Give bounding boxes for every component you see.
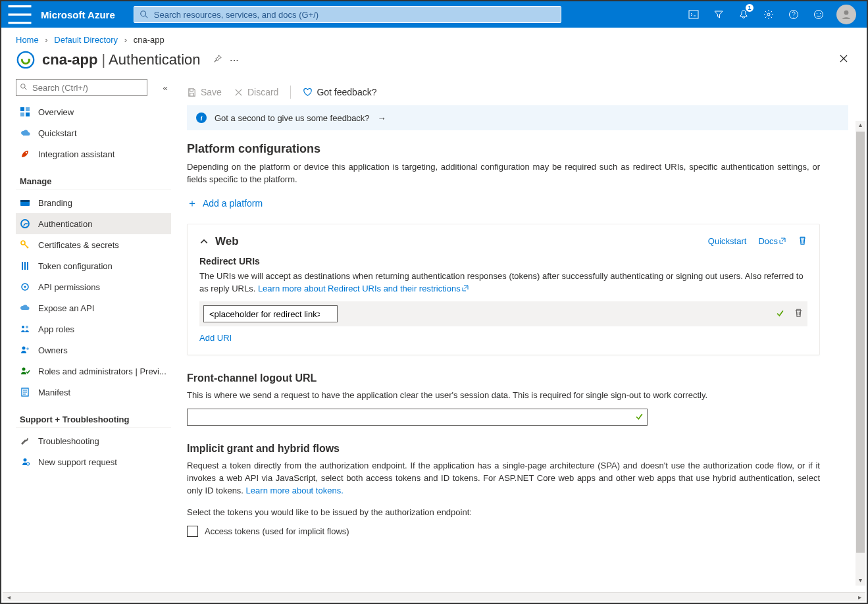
- access-tokens-checkbox-row: Access tokens (used for implicit flows): [187, 526, 820, 537]
- redirect-uri-row: [199, 301, 807, 326]
- redirect-learn-more-link[interactable]: Learn more about Redirect URIs and their…: [258, 284, 469, 293]
- feedback-button[interactable]: [806, 1, 831, 28]
- filter-icon: [713, 9, 724, 20]
- add-platform-button[interactable]: ＋ Add a platform: [187, 197, 263, 211]
- expose-icon: [20, 303, 30, 313]
- sidebar-item-label: Certificates & secrets: [38, 240, 119, 250]
- sidebar-item-owners[interactable]: Owners: [16, 340, 171, 361]
- delete-platform-button[interactable]: [798, 236, 807, 247]
- brand-label[interactable]: Microsoft Azure: [41, 9, 115, 20]
- close-blade-button[interactable]: [839, 54, 848, 66]
- svg-point-7: [820, 13, 821, 14]
- directory-filter-button[interactable]: [706, 1, 731, 28]
- sidebar-item-certificates[interactable]: Certificates & secrets: [16, 234, 171, 255]
- scroll-right-arrow[interactable]: ▸: [855, 593, 864, 601]
- notifications-button[interactable]: 1: [731, 1, 756, 28]
- implicit-select-text: Select the tokens you would like to be i…: [187, 507, 820, 519]
- sidebar-item-label: Expose an API: [38, 303, 94, 313]
- svg-rect-12: [20, 107, 24, 111]
- external-link-icon: [462, 285, 469, 291]
- toolbar-separator: [290, 86, 291, 99]
- vertical-scrollbar[interactable]: ▴ ▾: [855, 121, 865, 586]
- sidebar-item-troubleshooting[interactable]: Troubleshooting: [16, 430, 171, 451]
- main-content: Save Discard Got feedback? i Got a secon…: [174, 79, 867, 595]
- roles-icon: [20, 324, 30, 334]
- sidebar-item-new-support[interactable]: ?New support request: [16, 451, 171, 472]
- svg-point-25: [24, 286, 26, 288]
- breadcrumb-home[interactable]: Home: [16, 35, 39, 45]
- cloud-shell-button[interactable]: [681, 1, 706, 28]
- platform-config-desc: Depending on the platform or device this…: [187, 161, 820, 186]
- sidebar-item-manifest[interactable]: Manifest: [16, 382, 171, 403]
- access-tokens-checkbox[interactable]: [187, 526, 198, 537]
- sidebar-item-quickstart[interactable]: Quickstart: [16, 122, 171, 143]
- scroll-left-arrow[interactable]: ◂: [4, 593, 13, 601]
- platform-quickstart-link[interactable]: Quickstart: [708, 236, 747, 246]
- svg-point-0: [141, 11, 146, 16]
- more-button[interactable]: ···: [230, 55, 240, 65]
- svg-line-1: [145, 16, 148, 18]
- scroll-up-arrow[interactable]: ▴: [856, 121, 865, 130]
- page-title: cna-app | Authentication: [42, 51, 201, 68]
- svg-point-3: [767, 13, 770, 16]
- breadcrumb-directory[interactable]: Default Directory: [54, 35, 118, 45]
- external-link-icon: [779, 238, 786, 244]
- banner-arrow-button[interactable]: →: [378, 113, 386, 123]
- sidebar-item-branding[interactable]: Branding: [16, 192, 171, 213]
- chevron-right-icon: ›: [124, 35, 127, 45]
- help-button[interactable]: [781, 1, 806, 28]
- account-avatar[interactable]: [836, 5, 856, 24]
- settings-button[interactable]: [756, 1, 781, 28]
- pin-button[interactable]: [213, 54, 222, 66]
- delete-uri-button[interactable]: [794, 308, 804, 320]
- sidebar-search-input[interactable]: [16, 79, 147, 96]
- platform-docs-link[interactable]: Docs: [758, 236, 786, 246]
- horizontal-scrollbar[interactable]: ◂ ▸: [3, 592, 865, 601]
- sidebar-item-label: Manifest: [38, 388, 70, 397]
- scroll-thumb[interactable]: [856, 132, 865, 553]
- sidebar-item-label: App roles: [38, 324, 74, 334]
- add-uri-link[interactable]: Add URI: [199, 333, 232, 343]
- heart-icon: [303, 88, 313, 97]
- chevron-right-icon: ›: [45, 35, 47, 45]
- implicit-learn-more-link[interactable]: Learn more about tokens.: [246, 486, 344, 495]
- platform-card-title: Web: [215, 235, 239, 248]
- svg-point-30: [22, 368, 26, 371]
- sidebar-item-roles-admins[interactable]: Roles and administrators | Previ...: [16, 361, 171, 382]
- got-feedback-button[interactable]: Got feedback?: [303, 87, 376, 97]
- sidebar-item-label: Integration assistant: [38, 149, 115, 159]
- notification-badge: 1: [746, 4, 753, 12]
- redirect-uri-input[interactable]: [203, 305, 338, 322]
- owners-icon: [20, 345, 30, 355]
- sidebar-item-expose-api[interactable]: Expose an API: [16, 297, 171, 318]
- sidebar-item-integration[interactable]: Integration assistant: [16, 143, 171, 164]
- sidebar-item-overview[interactable]: Overview: [16, 101, 171, 122]
- svg-point-27: [26, 326, 28, 328]
- redirect-uris-heading: Redirect URIs: [199, 256, 807, 266]
- sidebar-search: «: [16, 79, 171, 96]
- global-search-input[interactable]: Search resources, services, and docs (G+…: [134, 6, 561, 23]
- chevron-up-icon[interactable]: [199, 237, 209, 246]
- sidebar-item-app-roles[interactable]: App roles: [16, 318, 171, 340]
- svg-rect-18: [20, 200, 30, 202]
- cloud-shell-icon: [688, 9, 699, 20]
- hamburger-menu-button[interactable]: [7, 1, 33, 28]
- svg-point-26: [22, 326, 24, 328]
- svg-point-8: [844, 11, 849, 15]
- check-icon: [776, 309, 784, 318]
- sidebar-item-token-config[interactable]: Token configuration: [16, 255, 171, 276]
- svg-rect-15: [26, 113, 30, 116]
- discard-button[interactable]: Discard: [234, 87, 278, 97]
- sidebar-item-api-permissions[interactable]: API permissions: [16, 276, 171, 297]
- feedback-banner: i Got a second to give us some feedback?…: [187, 105, 848, 130]
- sidebar-item-authentication[interactable]: Authentication: [16, 213, 171, 234]
- plus-icon: ＋: [187, 197, 197, 211]
- smiley-icon: [813, 9, 824, 20]
- logout-url-field: [187, 409, 648, 426]
- logout-url-input[interactable]: [187, 409, 648, 426]
- collapse-sidebar-button[interactable]: «: [159, 82, 171, 93]
- save-button[interactable]: Save: [187, 87, 222, 97]
- person-icon: [840, 9, 852, 20]
- scroll-down-arrow[interactable]: ▾: [856, 576, 865, 586]
- save-icon: [187, 88, 197, 97]
